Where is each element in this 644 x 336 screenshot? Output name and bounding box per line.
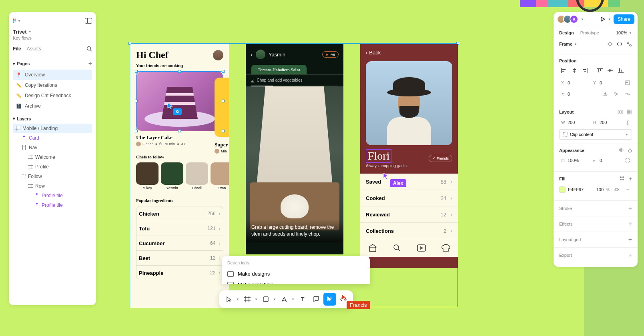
svg-rect-7 (16, 126, 16, 131)
absolute-position-icon[interactable] (623, 78, 632, 87)
x-input[interactable]: X0 (559, 79, 589, 87)
eye-icon[interactable] (612, 185, 621, 194)
frame-tool[interactable] (241, 293, 254, 306)
individual-radius-icon[interactable] (623, 156, 632, 165)
rectangle-tool[interactable] (259, 293, 272, 306)
width-input[interactable]: W200 (559, 118, 589, 126)
fill-hex-input[interactable]: E4FF97 (568, 187, 594, 192)
layer-frame-mobile-landing[interactable]: Mobile / Landing (13, 124, 92, 133)
page-item[interactable]: 📍Overview (13, 70, 92, 80)
constrain-icon[interactable] (623, 118, 632, 127)
layout-grid-section[interactable]: Layout grid+ (554, 232, 638, 248)
component-icon[interactable] (626, 41, 632, 47)
variable-icon[interactable] (607, 41, 613, 47)
effects-section[interactable]: Effects+ (554, 216, 638, 232)
step-number: 2. (251, 78, 255, 82)
layer-component-profile-tile-2[interactable]: Profile tile (13, 200, 92, 210)
fill-color-swatch[interactable] (559, 186, 566, 193)
move-tool[interactable] (223, 293, 235, 306)
layer-component-card[interactable]: Card (13, 133, 92, 143)
rotation-input[interactable]: ⟲0 (559, 90, 580, 98)
zoom-control[interactable]: 100%▼ (616, 30, 632, 35)
more-options-icon[interactable] (623, 90, 632, 98)
design-tab[interactable]: Design (559, 29, 574, 37)
project-name[interactable]: Trivet▼ (13, 29, 92, 35)
appearance-section: Appearance (559, 148, 584, 153)
figma-menu[interactable]: ▼ (13, 17, 21, 25)
layer-frame-follow[interactable]: Follow (13, 172, 92, 181)
chevron-down-icon[interactable]: ▼ (291, 298, 295, 301)
prototype-tab[interactable]: Prototype (580, 29, 599, 37)
frame-type[interactable]: Frame (559, 42, 572, 46)
share-button[interactable]: Share (614, 14, 634, 24)
chevron-down-icon[interactable]: ▼ (581, 18, 584, 21)
opacity-input[interactable]: ☐100% (559, 156, 589, 164)
make-designs-item[interactable]: Make designs (227, 268, 364, 279)
assets-tab[interactable]: Assets (27, 46, 41, 52)
chef-tile: Charli (186, 162, 208, 190)
svg-rect-51 (621, 70, 622, 72)
mobile-frame-profile[interactable]: ‹ Back Flori ✓ Friends Always chopping g… (360, 44, 458, 268)
layer-frame-welcome[interactable]: Welcome (13, 152, 92, 162)
styles-icon[interactable] (619, 176, 625, 182)
ai-actions-tool[interactable] (323, 293, 336, 306)
remove-fill-icon[interactable]: − (623, 185, 632, 194)
align-top-icon[interactable] (595, 66, 605, 74)
mobile-frame-live[interactable]: ‹ Yasmin live Tomato-Habañero Salsa 2. C… (246, 44, 343, 254)
chef-avatar (256, 50, 265, 59)
page-item[interactable]: 📏Copy Iterations (13, 80, 92, 90)
layer-frame-profile[interactable]: Profile (13, 162, 92, 172)
auto-layout-icon[interactable] (618, 109, 623, 115)
flip-h-icon[interactable] (601, 90, 610, 98)
chevron-down-icon[interactable]: ▼ (255, 298, 259, 301)
svg-point-69 (394, 245, 399, 250)
panel-toggle-icon[interactable] (85, 18, 92, 24)
page-item[interactable]: 🗄️Archive (13, 101, 92, 111)
chevron-down-icon[interactable]: ▼ (273, 298, 277, 301)
fill-opacity-input[interactable]: 100 (596, 187, 604, 192)
radius-input[interactable]: ⌐0 (591, 156, 621, 164)
recipe-title: Ube Layer Cake (130, 131, 229, 142)
flip-v-icon[interactable] (612, 90, 621, 98)
align-hcenter-icon[interactable] (570, 66, 579, 74)
make-prototype-item[interactable]: Make prototype (227, 279, 364, 284)
layer-component-profile-tile-1[interactable]: Profile tile (13, 191, 92, 200)
pages-header[interactable]: ▾Pages + (13, 60, 92, 67)
align-vcenter-icon[interactable] (606, 66, 615, 74)
eye-icon[interactable] (618, 148, 624, 153)
layout-grid-icon[interactable] (626, 109, 632, 115)
mobile-frame-landing[interactable]: Hi Chef Your friends are cooking Xi Ube … (130, 44, 229, 308)
profile-photo (366, 61, 452, 145)
file-tab[interactable]: File (13, 46, 21, 52)
chevron-down-icon[interactable]: ▼ (608, 18, 611, 21)
collaborator-avatars[interactable]: A (557, 15, 578, 24)
align-bottom-icon[interactable] (616, 66, 626, 74)
present-icon[interactable] (600, 16, 606, 22)
profile-name-editing[interactable]: Flori (366, 149, 391, 163)
pen-tool[interactable] (278, 293, 291, 306)
stroke-section[interactable]: Stroke+ (554, 201, 638, 216)
height-input[interactable]: H200 (591, 118, 621, 126)
text-tool[interactable]: T (296, 293, 309, 306)
add-page-icon[interactable]: + (88, 60, 92, 67)
layer-frame-nav[interactable]: Nav (13, 143, 92, 152)
dev-mode-icon[interactable] (617, 41, 622, 47)
layer-frame-row[interactable]: Row (13, 181, 92, 191)
align-right-icon[interactable] (580, 66, 590, 74)
chevron-down-icon[interactable]: ▼ (236, 298, 240, 301)
page-item[interactable]: 📏Design Crit Feedback (13, 90, 92, 101)
export-section[interactable]: Export+ (554, 248, 638, 263)
search-icon[interactable] (86, 46, 92, 52)
y-input[interactable]: Y0 (591, 79, 621, 87)
add-fill-icon[interactable]: + (629, 176, 632, 182)
clip-content-toggle[interactable]: Clip content ▼ (559, 129, 632, 140)
comment-tool[interactable] (310, 293, 323, 306)
blend-icon[interactable] (628, 148, 632, 153)
selected-card[interactable]: Xi (136, 71, 223, 131)
layers-header[interactable]: ▾Layers (13, 116, 92, 121)
svg-rect-30 (36, 203, 38, 205)
align-left-icon[interactable] (559, 66, 569, 74)
avatar[interactable]: A (570, 15, 578, 24)
svg-point-3 (14, 20, 16, 21)
svg-point-67 (616, 189, 617, 190)
